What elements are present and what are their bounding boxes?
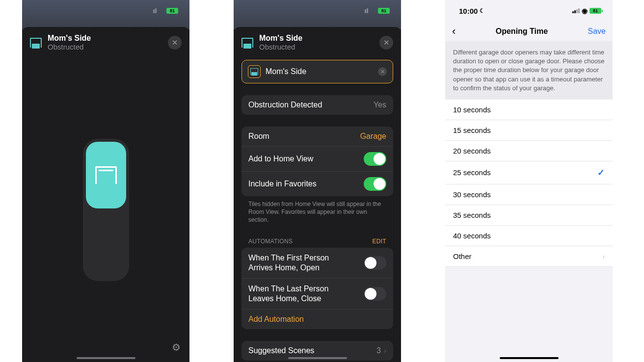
garage-open-icon: [95, 166, 117, 184]
option-label: 35 seconds: [453, 211, 491, 219]
background-blur: [22, 0, 189, 29]
background-blur: [234, 0, 401, 29]
clock: 10:00: [459, 7, 478, 15]
option-label: 30 seconds: [453, 190, 491, 199]
add-automation-row[interactable]: Add Automation: [242, 309, 393, 329]
section-title: AUTOMATIONS: [248, 238, 293, 245]
name-field-row[interactable]: ✕: [242, 60, 393, 83]
garage-door-icon: [242, 38, 253, 48]
option-label: Other: [453, 252, 472, 260]
automation-toggle[interactable]: [364, 287, 386, 301]
row-label: Add to Home View: [248, 155, 313, 163]
row-label: Suggested Scenes: [248, 346, 314, 355]
automation-label: When The Last Person Leaves Home, Close: [248, 284, 347, 304]
option-label: 10 seconds: [453, 105, 491, 114]
accessory-status: Obstructed: [48, 43, 91, 51]
automations-header: AUTOMATIONS EDIT: [242, 224, 393, 248]
accessory-name-input[interactable]: [266, 67, 373, 76]
row-value: Yes: [374, 101, 386, 109]
automations-card: When The First Person Arrives Home, Open…: [242, 248, 393, 329]
accessory-title: Mom's Side: [259, 34, 302, 43]
option-label: 25 seconds: [453, 168, 491, 177]
timing-option[interactable]: 30 seconds: [445, 184, 613, 205]
room-row[interactable]: Room Garage: [242, 127, 393, 146]
close-button[interactable]: ✕: [379, 36, 393, 50]
row-label: Obstruction Detected: [248, 101, 322, 109]
slider-knob[interactable]: [86, 142, 126, 208]
screen-accessory-control: 9:59 ☾ ◉ 81 Mom's Side Obstructed ✕: [22, 0, 189, 362]
garage-door-icon: [30, 38, 42, 48]
obstruction-card: Obstruction Detected Yes: [242, 95, 393, 115]
row-label: Room: [248, 132, 269, 141]
row-label: Include in Favorites: [248, 180, 317, 188]
close-button[interactable]: ✕: [168, 36, 182, 50]
control-area: ⚙: [22, 58, 189, 362]
info-description: Different garage door openers may take d…: [445, 41, 613, 100]
automation-label: When The First Person Arrives Home, Open: [248, 253, 347, 273]
chevron-right-icon: ›: [602, 252, 605, 260]
row-value: Garage: [360, 132, 386, 141]
obstruction-row: Obstruction Detected Yes: [242, 95, 393, 115]
accessory-sheet: Mom's Side Obstructed ✕ ⚙: [22, 27, 189, 362]
back-button[interactable]: ‹: [452, 25, 456, 38]
home-view-row: Add to Home View: [242, 146, 393, 171]
accessory-status: Obstructed: [259, 43, 302, 51]
home-view-toggle[interactable]: [364, 152, 386, 166]
suggested-count: 3: [376, 346, 381, 355]
checkmark-icon: ✓: [597, 167, 605, 178]
garage-door-icon: [248, 65, 261, 78]
battery-icon: 81: [378, 8, 391, 14]
timing-option[interactable]: 15 seconds: [445, 120, 613, 141]
sheet-header: Mom's Side Obstructed ✕: [22, 27, 189, 58]
page-title: Opening Time: [496, 27, 548, 36]
timing-option[interactable]: 25 seconds✓: [445, 161, 613, 184]
screen-opening-time: 10:00 ☾ ◉ 81 ‹ Opening Time Save Differe…: [445, 0, 613, 362]
sheet-header: Mom's Side Obstructed ✕: [234, 27, 401, 58]
placement-card: Room Garage Add to Home View Include in …: [242, 127, 393, 196]
battery-icon: 81: [166, 8, 180, 14]
detail-sheet: Mom's Side Obstructed ✕ ✕ Obstruction De…: [234, 27, 401, 362]
clear-text-icon[interactable]: ✕: [378, 67, 387, 76]
timing-option[interactable]: 40 seconds: [445, 226, 613, 246]
automation-row[interactable]: When The Last Person Leaves Home, Close: [242, 278, 393, 309]
favorites-row: Include in Favorites: [242, 171, 393, 196]
cell-signal-icon: [572, 8, 580, 13]
home-indicator[interactable]: [77, 357, 135, 359]
nav-bar: ‹ Opening Time Save: [445, 22, 613, 41]
home-indicator[interactable]: [288, 357, 347, 359]
settings-gear-icon[interactable]: ⚙: [172, 341, 181, 353]
battery-icon: 81: [590, 8, 603, 14]
other-option[interactable]: Other›: [445, 246, 613, 267]
option-label: 15 seconds: [453, 126, 491, 134]
timing-option[interactable]: 35 seconds: [445, 205, 613, 226]
status-bar: 10:00 ☾ ◉ 81: [445, 0, 613, 22]
wifi-icon: ◉: [582, 7, 588, 15]
accessory-title: Mom's Side: [48, 34, 91, 43]
dnd-moon-icon: ☾: [480, 7, 485, 14]
helper-text: Tiles hidden from Home View will still a…: [242, 196, 393, 224]
add-automation-label: Add Automation: [248, 315, 304, 324]
options-list: 10 seconds15 seconds20 seconds25 seconds…: [445, 100, 613, 267]
detail-scroll[interactable]: ✕ Obstruction Detected Yes Room Garage A…: [234, 58, 401, 362]
save-button[interactable]: Save: [588, 27, 606, 36]
chevron-right-icon: ›: [384, 346, 386, 355]
edit-automations-button[interactable]: EDIT: [372, 238, 386, 245]
screen-accessory-detail: 10:00 ☾ ◉ 81 Mom's Side Obstructed ✕ ✕: [234, 0, 401, 362]
home-indicator[interactable]: [500, 357, 559, 359]
timing-option[interactable]: 20 seconds: [445, 141, 613, 161]
garage-slider[interactable]: [83, 139, 129, 281]
automation-toggle[interactable]: [364, 256, 386, 270]
automation-row[interactable]: When The First Person Arrives Home, Open: [242, 248, 393, 278]
timing-option[interactable]: 10 seconds: [445, 100, 613, 120]
option-label: 20 seconds: [453, 147, 491, 155]
option-label: 40 seconds: [453, 232, 491, 240]
favorites-toggle[interactable]: [364, 177, 386, 191]
